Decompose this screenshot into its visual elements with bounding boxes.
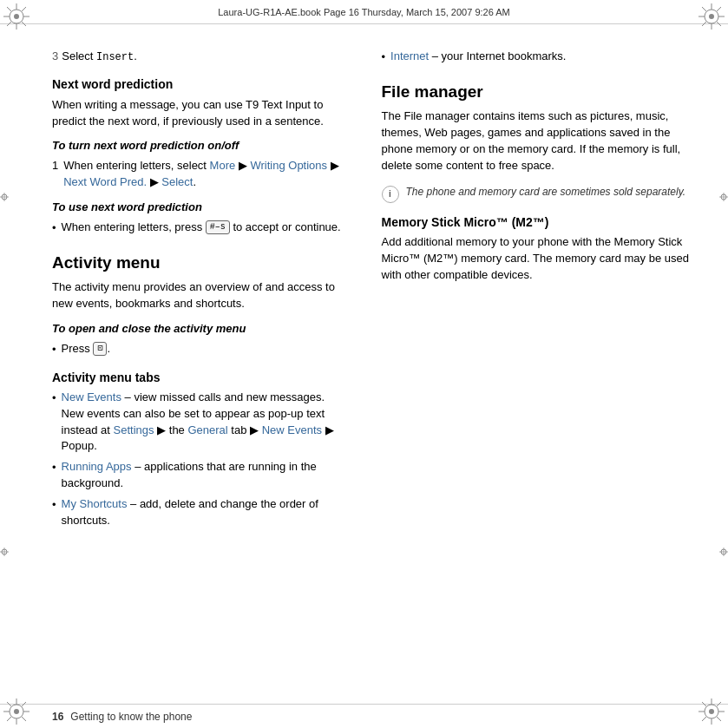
use-next-word-item: • When entering letters, press #–s to ac… xyxy=(52,220,347,237)
svg-line-17 xyxy=(717,22,721,26)
svg-line-51 xyxy=(702,717,706,721)
activity-key-icon: ⊡ xyxy=(93,342,107,356)
step-1-text: When entering letters, select More ▶ Wri… xyxy=(63,158,346,191)
file-manager-heading: File manager xyxy=(382,80,694,104)
use-next-word-list: • When entering letters, press #–s to ac… xyxy=(52,220,347,237)
turn-on-off-steps: 1 When entering letters, select More ▶ W… xyxy=(52,158,347,191)
svg-line-41 xyxy=(7,717,11,721)
next-word-body: When writing a message, you can use T9 T… xyxy=(52,97,347,130)
step-1-item: 1 When entering letters, select More ▶ W… xyxy=(52,158,347,191)
svg-line-18 xyxy=(717,7,721,11)
svg-line-16 xyxy=(702,7,706,11)
internet-list: • Internet – your Internet bookmarks. xyxy=(382,49,694,66)
page-container: Laura-UG-R1A-AE.book Page 16 Thursday, M… xyxy=(0,0,728,728)
step-1-num: 1 xyxy=(52,158,58,174)
my-shortcuts-text: My Shortcuts – add, delete and change th… xyxy=(62,496,347,529)
open-close-heading: To open and close the activity menu xyxy=(52,321,347,338)
hash-key-icon: #–s xyxy=(206,220,230,234)
right-column: • Internet – your Internet bookmarks. Fi… xyxy=(364,28,729,700)
svg-line-48 xyxy=(702,702,706,706)
note-text: The phone and memory card are sometimes … xyxy=(406,185,686,200)
activity-tab-my-shortcuts: • My Shortcuts – add, delete and change … xyxy=(52,496,347,529)
svg-line-40 xyxy=(22,702,26,706)
turn-on-off-heading: To turn next word prediction on/off xyxy=(52,138,347,154)
footer-page-number: 16 xyxy=(52,711,63,723)
activity-tabs-heading: Activity menu tabs xyxy=(52,369,347,386)
step-3-line: 3 Select Insert. xyxy=(52,49,347,65)
svg-point-43 xyxy=(709,709,714,714)
bullet-icon-3: • xyxy=(52,390,56,407)
svg-line-7 xyxy=(22,22,26,26)
running-apps-text: Running Apps – applications that are run… xyxy=(62,459,347,492)
step-3-number: 3 xyxy=(52,49,58,65)
open-close-list: • Press ⊡. xyxy=(52,341,347,358)
bullet-icon-5: • xyxy=(52,497,56,514)
bullet-icon-6: • xyxy=(382,49,386,66)
next-word-heading: Next word prediction xyxy=(52,75,347,93)
svg-point-33 xyxy=(14,709,19,714)
activity-tab-running-apps: • Running Apps – applications that are r… xyxy=(52,459,347,492)
svg-line-6 xyxy=(7,7,11,11)
svg-line-9 xyxy=(7,22,11,26)
use-next-word-text: When entering letters, press #–s to acce… xyxy=(62,220,341,236)
bullet-icon-4: • xyxy=(52,460,56,476)
svg-line-19 xyxy=(702,22,706,26)
top-bar: Laura-UG-R1A-AE.book Page 16 Thursday, M… xyxy=(0,0,728,24)
svg-line-50 xyxy=(717,702,721,706)
activity-menu-heading: Activity menu xyxy=(52,251,347,275)
bullet-icon-2: • xyxy=(52,342,56,358)
activity-tab-new-events: • New Events – view missed calls and new… xyxy=(52,390,347,455)
memory-stick-heading: Memory Stick Micro™ (M2™) xyxy=(382,213,694,231)
content-area: 3 Select Insert. Next word prediction Wh… xyxy=(0,28,728,700)
internet-text: Internet – your Internet bookmarks. xyxy=(390,49,566,65)
file-manager-body: The File manager contains items such as … xyxy=(382,108,694,174)
corner-decoration-br xyxy=(698,698,725,725)
memory-stick-body: Add additional memory to your phone with… xyxy=(382,234,694,284)
corner-decoration-bl xyxy=(3,698,30,725)
svg-line-38 xyxy=(7,702,11,706)
activity-tabs-list: • New Events – view missed calls and new… xyxy=(52,390,347,529)
internet-item: • Internet – your Internet bookmarks. xyxy=(382,49,694,66)
svg-line-8 xyxy=(22,7,26,11)
header-text: Laura-UG-R1A-AE.book Page 16 Thursday, M… xyxy=(218,7,510,17)
footer-section-label: Getting to know the phone xyxy=(70,711,192,723)
bottom-bar: 16 Getting to know the phone xyxy=(0,704,728,728)
note-icon: i xyxy=(382,186,399,203)
svg-point-11 xyxy=(709,14,714,19)
press-key-text: Press ⊡. xyxy=(62,341,111,357)
note-box: i The phone and memory card are sometime… xyxy=(382,185,694,203)
use-next-word-heading: To use next word prediction xyxy=(52,200,347,216)
step-3-text: Select Insert. xyxy=(62,49,137,65)
corner-decoration-tl xyxy=(3,3,30,30)
left-column: 3 Select Insert. Next word prediction Wh… xyxy=(0,28,364,700)
svg-line-49 xyxy=(717,717,721,721)
bullet-icon-1: • xyxy=(52,220,56,237)
corner-decoration-tr xyxy=(698,3,725,30)
open-close-item: • Press ⊡. xyxy=(52,341,347,358)
svg-line-39 xyxy=(22,717,26,721)
new-events-text: New Events – view missed calls and new m… xyxy=(62,390,347,455)
svg-point-1 xyxy=(14,14,19,19)
activity-menu-body: The activity menu provides an overview o… xyxy=(52,279,347,312)
